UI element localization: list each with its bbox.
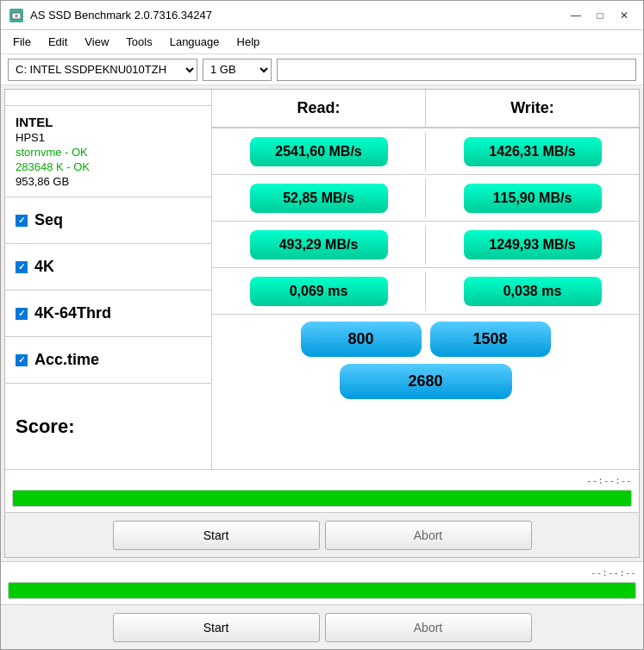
acc.time-write-cell: 0,038 ms — [426, 272, 639, 311]
start-button[interactable]: Start — [113, 521, 320, 550]
menu-tools[interactable]: Tools — [119, 33, 159, 51]
seq-read-cell: 2541,60 MB/s — [212, 132, 426, 172]
main-window: AS SSD Benchmark 2.0.7316.34247 — □ ✕ Fi… — [0, 0, 644, 650]
acc.time-read-badge: 0,069 ms — [250, 277, 388, 306]
progress-bar-container — [8, 582, 636, 599]
progress-section: --:--:-- — [1, 561, 643, 604]
drive-size: 953,86 GB — [16, 175, 201, 188]
score-total-badge: 2680 — [340, 364, 512, 399]
acc.time-read-cell: 0,069 ms — [212, 272, 426, 311]
row-label-seq: ✓Seq — [5, 197, 211, 243]
drive-select[interactable]: C: INTEL SSDPEKNU010TZH — [8, 59, 197, 81]
score-write-badge: 1508 — [430, 322, 551, 357]
info-panel: INTELHPS1stornvme - OK283648 K - OK953,8… — [5, 106, 212, 197]
minimize-button[interactable]: — — [566, 7, 586, 24]
menu-language[interactable]: Language — [163, 33, 227, 51]
seq-write-badge: 1426,31 MB/s — [464, 137, 602, 166]
results-header: Read:Write: — [212, 90, 639, 128]
4k-64thrd-read-cell: 493,29 MB/s — [212, 225, 426, 265]
main-content: INTELHPS1stornvme - OK283648 K - OK953,8… — [4, 89, 640, 558]
buttons-section: Start Abort — [5, 512, 639, 557]
4k-read-badge: 52,85 MB/s — [250, 184, 388, 213]
4k-write-cell: 115,90 MB/s — [426, 178, 639, 218]
drive-model: HPS1 — [16, 131, 201, 144]
start-button[interactable]: Start — [113, 613, 320, 642]
bench-area: INTELHPS1stornvme - OK283648 K - OK953,8… — [5, 90, 639, 469]
row-label-acc.time: ✓Acc.time — [5, 336, 211, 383]
checkbox-4k[interactable]: ✓ — [16, 261, 28, 273]
4k-64thrd-write-cell: 1249,93 MB/s — [426, 225, 639, 265]
read-header: Read: — [212, 90, 426, 127]
menu-file[interactable]: File — [6, 33, 38, 51]
menu-edit[interactable]: Edit — [41, 33, 74, 51]
progress-bar-fill — [9, 583, 635, 598]
table-row: 2541,60 MB/s1426,31 MB/s — [212, 128, 639, 174]
close-button[interactable]: ✕ — [614, 7, 635, 24]
checkbox-seq[interactable]: ✓ — [16, 215, 28, 227]
progress-time: --:--:-- — [586, 475, 632, 486]
progress-time-row: --:--:-- — [12, 475, 632, 486]
score-top-row: 8001508 — [301, 322, 551, 357]
4k-write-badge: 115,90 MB/s — [464, 184, 602, 213]
score-label: Score: — [5, 383, 211, 469]
window-title: AS SSD Benchmark 2.0.7316.34247 — [30, 9, 212, 22]
title-controls: — □ ✕ — [566, 7, 635, 24]
extra-input — [277, 59, 636, 81]
drive-brand: INTEL — [16, 115, 201, 129]
write-header: Write: — [426, 90, 639, 127]
abort-button[interactable]: Abort — [325, 521, 532, 550]
progress-time: --:--:-- — [591, 567, 636, 578]
table-row: 0,069 ms0,038 ms — [212, 267, 639, 314]
row-label-4k-64thrd: ✓4K-64Thrd — [5, 290, 211, 336]
checkbox-4k-64thrd[interactable]: ✓ — [16, 308, 28, 320]
acc.time-write-badge: 0,038 ms — [464, 277, 602, 306]
progress-bar-row: --:--:-- — [8, 567, 636, 578]
score-read-badge: 800 — [301, 322, 422, 357]
toolbar: C: INTEL SSDPEKNU010TZH 1 GB — [1, 54, 643, 85]
menu-help[interactable]: Help — [230, 33, 267, 51]
title-bar: AS SSD Benchmark 2.0.7316.34247 — □ ✕ — [1, 1, 643, 30]
svg-point-2 — [16, 15, 17, 16]
4k-64thrd-read-badge: 493,29 MB/s — [250, 230, 388, 259]
menu-view[interactable]: View — [78, 33, 116, 51]
drive-driver: stornvme - OK — [16, 146, 201, 159]
seq-write-cell: 1426,31 MB/s — [426, 132, 639, 172]
size-select[interactable]: 1 GB — [203, 59, 272, 81]
menu-bar: File Edit View Tools Language Help — [1, 30, 643, 54]
progress-section: --:--:-- — [5, 469, 639, 512]
abort-button[interactable]: Abort — [325, 613, 532, 642]
maximize-button[interactable]: □ — [590, 7, 610, 24]
buttons-section: Start Abort — [1, 604, 643, 649]
progress-bar-fill — [13, 491, 631, 506]
4k-read-cell: 52,85 MB/s — [212, 178, 426, 218]
title-bar-left: AS SSD Benchmark 2.0.7316.34247 — [9, 9, 212, 22]
score-bottom-row: 2680 — [340, 364, 512, 399]
app-icon — [9, 9, 23, 22]
drive-blocksize: 283648 K - OK — [16, 160, 201, 173]
checkbox-acc.time[interactable]: ✓ — [16, 354, 28, 366]
seq-read-badge: 2541,60 MB/s — [250, 137, 388, 166]
row-label-4k: ✓4K — [5, 243, 211, 290]
score-values: 80015082680 — [212, 314, 639, 406]
4k-64thrd-write-badge: 1249,93 MB/s — [464, 230, 602, 259]
table-row: 493,29 MB/s1249,93 MB/s — [212, 221, 639, 267]
progress-bar-container — [12, 490, 632, 507]
table-row: 52,85 MB/s115,90 MB/s — [212, 174, 639, 221]
